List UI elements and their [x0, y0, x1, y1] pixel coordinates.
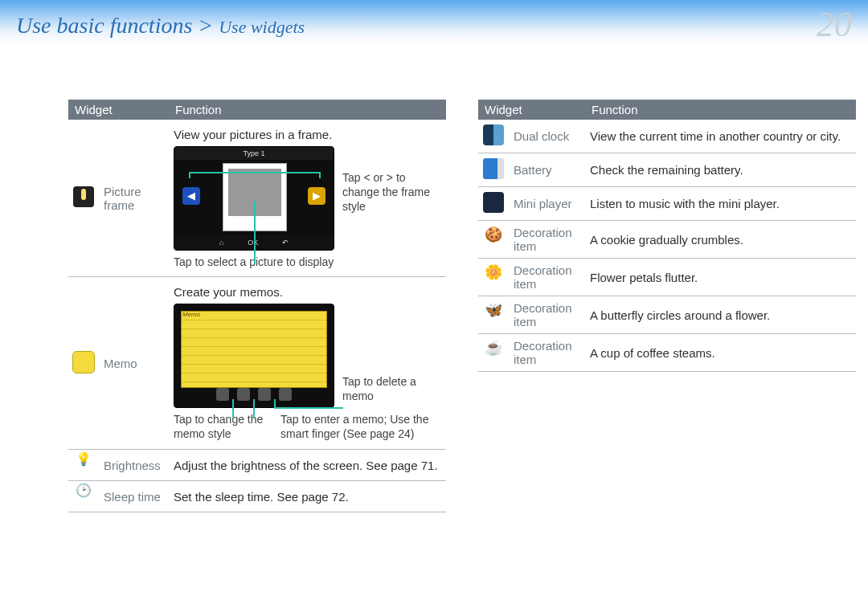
brightness-desc: Adjust the brightness of the screen. See…: [169, 450, 446, 481]
flower-desc: Flower petals flutter.: [585, 259, 856, 296]
back-icon: ↶: [282, 239, 289, 247]
memo-extra-btn-icon: [279, 388, 292, 401]
left-table: Widget Function Picture frame View your …: [68, 100, 446, 512]
breadcrumb-sub: Use widgets: [219, 17, 305, 37]
breadcrumb-sep: >: [192, 13, 219, 38]
pf-bottom-note: Tap to select a picture to display: [174, 255, 441, 268]
memo-enter-note: Tap to enter a memo; Use the smart finge…: [280, 413, 441, 441]
memo-caption-row: Tap to change the memo style Tap to ente…: [174, 413, 441, 441]
right-column: Widget Function Dual clock View the curr…: [478, 100, 856, 512]
picture-frame-function: View your pictures in a frame. Type 1 ◀ …: [169, 120, 446, 277]
picture-frame-illustration: Type 1 ◀ ▶ ⌂ OK ↶: [174, 146, 441, 251]
table-row: Memo Create your memos. Memo: [68, 277, 446, 450]
picture-frame-icon: [73, 186, 94, 207]
memo-icon: [73, 352, 94, 373]
memo-pad: [181, 311, 327, 388]
table-row: Brightness Adjust the brightness of the …: [68, 450, 446, 481]
dual-clock-desc: View the current time in another country…: [585, 120, 856, 153]
mini-label: Mini player: [509, 187, 585, 221]
left-column: Widget Function Picture frame View your …: [68, 100, 446, 512]
memo-delete-btn-icon: [258, 388, 271, 401]
coffee-icon: [483, 342, 504, 363]
table-row: Decoration item A butterfly circles arou…: [478, 296, 856, 334]
dual-clock-label: Dual clock: [509, 120, 585, 153]
th-function-r: Function: [585, 100, 856, 120]
sleep-icon: [73, 486, 94, 507]
th-widget-r: Widget: [478, 100, 585, 120]
picture-frame-desc: View your pictures in a frame.: [174, 128, 441, 141]
sleep-desc: Set the sleep time. See page 72.: [169, 481, 446, 512]
pf-arrow-note: Tap < or > to change the frame style: [342, 170, 439, 214]
breadcrumb: Use basic functions > Use widgets: [16, 13, 305, 39]
th-function: Function: [169, 100, 446, 120]
flower-label: Decoration item: [509, 259, 585, 296]
table-row: Mini player Listen to music with the min…: [478, 187, 856, 221]
table-row: Battery Check the remaining battery.: [478, 153, 856, 187]
cookie-icon: [483, 229, 504, 250]
battery-label: Battery: [509, 153, 585, 187]
home-icon: ⌂: [219, 239, 223, 247]
arrow-left-icon: ◀: [182, 187, 200, 205]
pf-title: Type 1: [174, 147, 334, 160]
butterfly-icon: [483, 304, 504, 325]
arrow-right-icon: ▶: [308, 187, 326, 205]
table-row: Dual clock View the current time in anot…: [478, 120, 856, 153]
right-table: Widget Function Dual clock View the curr…: [478, 100, 856, 372]
memo-label: Memo: [99, 277, 169, 450]
cookie-desc: A cookie gradually crumbles.: [585, 221, 856, 259]
memo-illustration: Memo: [174, 304, 441, 408]
content-area: Widget Function Picture frame View your …: [0, 43, 868, 512]
brightness-icon: [73, 455, 94, 475]
brightness-label: Brightness: [99, 450, 169, 481]
pf-ok: OK: [248, 239, 258, 247]
table-row: Decoration item Flower petals flutter.: [478, 259, 856, 296]
memo-function: Create your memos. Memo: [169, 277, 446, 450]
breadcrumb-main: Use basic functions: [16, 13, 192, 38]
mini-desc: Listen to music with the mini player.: [585, 187, 856, 221]
header-bar: Use basic functions > Use widgets 20: [0, 0, 868, 43]
battery-desc: Check the remaining battery.: [585, 153, 856, 187]
memo-delete-note: Tap to delete a memo: [342, 374, 439, 403]
coffee-label: Decoration item: [509, 334, 585, 372]
memo-desc: Create your memos.: [174, 285, 441, 299]
battery-icon: [483, 158, 504, 179]
page-number: 20: [817, 4, 852, 45]
memo-device: Memo: [174, 304, 334, 408]
mini-player-icon: [483, 192, 504, 213]
cookie-label: Decoration item: [509, 221, 585, 259]
memo-enter-btn-icon: [237, 388, 250, 401]
memo-style-btn-icon: [216, 388, 229, 401]
picture-frame-label: Picture frame: [99, 120, 169, 277]
table-row: Decoration item A cup of coffee steams.: [478, 334, 856, 372]
table-row: Picture frame View your pictures in a fr…: [68, 120, 446, 277]
memo-style-note: Tap to change the memo style: [174, 413, 266, 441]
table-row: Sleep time Set the sleep time. See page …: [68, 481, 446, 512]
dual-clock-icon: [483, 124, 504, 145]
table-row: Decoration item A cookie gradually crumb…: [478, 221, 856, 259]
butterfly-desc: A butterfly circles around a flower.: [585, 296, 856, 334]
sleep-label: Sleep time: [99, 481, 169, 512]
butterfly-label: Decoration item: [509, 296, 585, 334]
memo-pad-title: Memo: [182, 311, 200, 318]
coffee-desc: A cup of coffee steams.: [585, 334, 856, 372]
flower-icon: [483, 267, 504, 288]
th-widget: Widget: [68, 100, 169, 120]
